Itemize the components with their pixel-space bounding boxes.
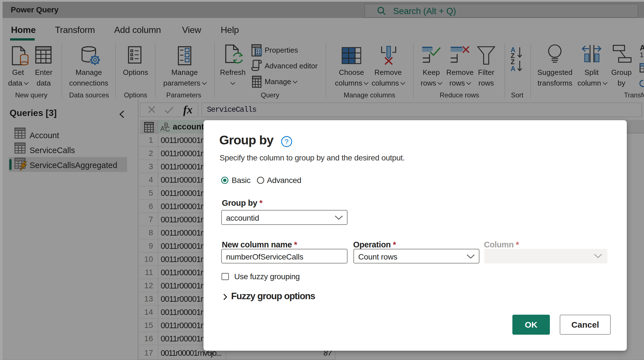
svg-text:Z: Z	[511, 58, 515, 66]
svg-text:?: ?	[285, 138, 288, 146]
svg-text:A: A	[511, 65, 515, 72]
